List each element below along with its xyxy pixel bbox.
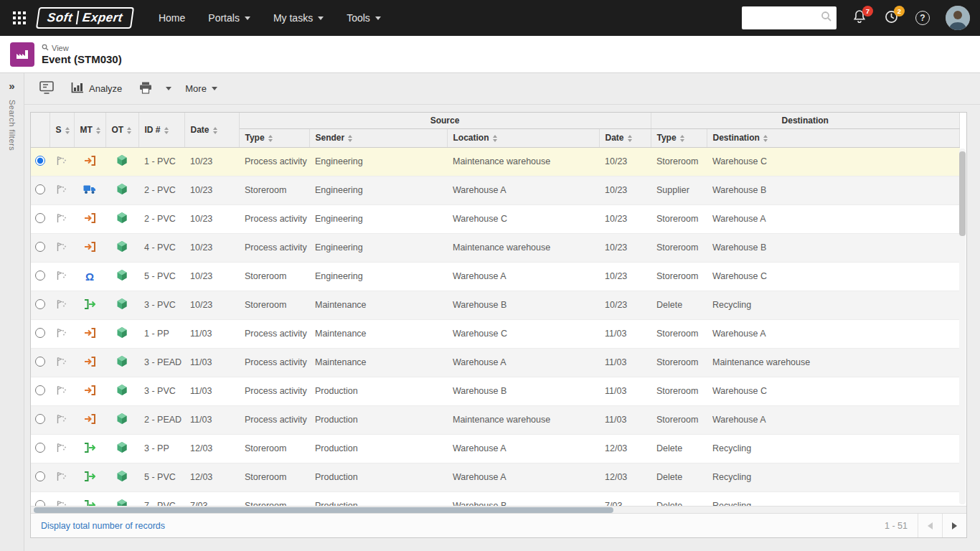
- print-dropdown-button[interactable]: [161, 77, 176, 100]
- row-select-radio[interactable]: [35, 299, 45, 309]
- pending-activities-button[interactable]: 2: [882, 9, 900, 27]
- cell-source-date: 10/23: [599, 204, 651, 233]
- table-row[interactable]: Ω 1 - PVC 10/23 Process activity Enginee…: [31, 147, 960, 176]
- object-type-icon: [116, 417, 128, 427]
- row-select-radio[interactable]: [35, 242, 45, 252]
- chevron-right-icon: [952, 522, 957, 529]
- object-type-icon: [116, 359, 128, 369]
- print-button[interactable]: [131, 77, 160, 100]
- header-s[interactable]: S: [50, 113, 74, 147]
- table-row[interactable]: Ω 5 - PVC 10/23 Storeroom Engineering Wa…: [31, 262, 960, 291]
- row-select-radio[interactable]: [35, 443, 45, 453]
- row-select-radio[interactable]: [35, 184, 45, 194]
- header-src-type[interactable]: Type: [239, 128, 309, 147]
- status-icon: [56, 445, 67, 455]
- table-row[interactable]: Ω 2 - PEAD 11/03 Process activity Produc…: [31, 405, 960, 434]
- table-row[interactable]: Ω 2 - PVC 10/23 Storeroom Engineering Wa…: [31, 176, 960, 204]
- next-page-button[interactable]: [942, 514, 966, 538]
- import-icon: [84, 327, 95, 339]
- header-ot[interactable]: OT: [105, 113, 138, 147]
- cell-date: 10/23: [184, 147, 239, 176]
- table-row[interactable]: Ω 4 - PVC 10/23 Process activity Enginee…: [31, 233, 960, 262]
- sort-icon[interactable]: [628, 135, 632, 142]
- nav-tools[interactable]: Tools: [335, 0, 392, 36]
- header-mt[interactable]: MT: [74, 113, 105, 147]
- help-button[interactable]: ?: [914, 9, 931, 27]
- notifications-button[interactable]: 7: [851, 9, 868, 27]
- display-total-link[interactable]: Display total number of records: [41, 521, 165, 531]
- search-filters-label[interactable]: Search filters: [8, 100, 17, 151]
- header-id[interactable]: ID #: [138, 113, 184, 147]
- header-dst-type[interactable]: Type: [651, 128, 707, 147]
- softexpert-logo[interactable]: SoftExpert: [36, 7, 134, 29]
- top-bar: SoftExpert Home Portals My tasks Tools 7…: [0, 0, 980, 36]
- vertical-scrollbar[interactable]: [959, 149, 966, 504]
- table-body: Ω 1 - PVC 10/23 Process activity Enginee…: [31, 147, 960, 520]
- cell-source-type: Process activity: [239, 348, 309, 377]
- horizontal-scrollbar[interactable]: [31, 506, 966, 513]
- sort-icon[interactable]: [213, 127, 217, 134]
- row-select-radio[interactable]: [35, 156, 45, 166]
- more-button[interactable]: More: [177, 77, 225, 100]
- header-sender[interactable]: Sender: [309, 128, 447, 147]
- table-row[interactable]: Ω 3 - PVC 10/23 Storeroom Maintenance Wa…: [31, 291, 960, 319]
- module-icon: [10, 42, 34, 67]
- row-select-radio[interactable]: [35, 328, 45, 338]
- sort-icon[interactable]: [268, 135, 273, 142]
- cell-id: 2 - PVC: [138, 176, 184, 204]
- search-icon[interactable]: [821, 11, 832, 25]
- sort-icon[interactable]: [96, 127, 100, 134]
- row-select-radio[interactable]: [35, 270, 45, 281]
- sort-icon[interactable]: [763, 135, 768, 142]
- nav-my-tasks[interactable]: My tasks: [262, 0, 335, 36]
- view-record-button[interactable]: [32, 77, 62, 100]
- previous-page-button[interactable]: [918, 514, 942, 538]
- cell-date: 10/23: [184, 176, 239, 204]
- truck-icon: [83, 184, 96, 194]
- row-select-radio[interactable]: [35, 471, 45, 481]
- header-date[interactable]: Date: [184, 113, 239, 147]
- user-avatar[interactable]: [946, 6, 970, 30]
- sort-icon[interactable]: [127, 127, 131, 134]
- nav-home[interactable]: Home: [147, 0, 197, 36]
- cell-date: 11/03: [184, 405, 239, 434]
- row-select-radio[interactable]: [35, 385, 45, 395]
- cell-destination: Maintenance warehouse: [707, 348, 960, 377]
- table-row[interactable]: Ω 5 - PVC 12/03 Storeroom Production War…: [31, 463, 960, 491]
- record-range: 1 - 51: [885, 521, 908, 531]
- table-row[interactable]: Ω 3 - PEAD 11/03 Process activity Mainte…: [31, 348, 960, 377]
- status-icon: [56, 158, 67, 168]
- cell-source-date: 10/23: [599, 233, 651, 262]
- nav-portals[interactable]: Portals: [197, 0, 262, 36]
- cell-location: Warehouse B: [447, 377, 599, 405]
- header-destination[interactable]: Destination: [707, 128, 960, 147]
- header-src-date[interactable]: Date: [599, 128, 651, 147]
- sort-icon[interactable]: [348, 135, 352, 142]
- cell-source-type: Storeroom: [239, 291, 309, 319]
- cell-destination-type: Delete: [651, 291, 707, 319]
- sort-icon[interactable]: [65, 127, 70, 134]
- search-input[interactable]: [746, 13, 821, 24]
- sort-icon[interactable]: [493, 135, 497, 142]
- sort-icon[interactable]: [680, 135, 684, 142]
- notification-badge: 7: [862, 6, 873, 17]
- row-select-radio[interactable]: [35, 414, 45, 424]
- table-row[interactable]: Ω 2 - PVC 10/23 Process activity Enginee…: [31, 204, 960, 233]
- cell-destination-type: Storeroom: [651, 147, 707, 176]
- cell-destination-type: Storeroom: [651, 405, 707, 434]
- table-row[interactable]: Ω 1 - PP 11/03 Process activity Maintena…: [31, 319, 960, 348]
- sort-icon[interactable]: [164, 127, 169, 134]
- analyze-button[interactable]: Analyze: [63, 77, 130, 100]
- app-grid-icon[interactable]: [10, 9, 29, 27]
- cell-location: Warehouse C: [447, 319, 599, 348]
- table-row[interactable]: Ω 3 - PP 12/03 Storeroom Production Ware…: [31, 434, 960, 463]
- row-select-radio[interactable]: [35, 213, 45, 223]
- expand-filters-icon[interactable]: »: [9, 80, 14, 91]
- horizontal-scrollbar-thumb[interactable]: [34, 507, 613, 513]
- object-type-icon: [116, 273, 128, 283]
- row-select-radio[interactable]: [35, 357, 45, 367]
- table-row[interactable]: Ω 3 - PVC 11/03 Process activity Product…: [31, 377, 960, 405]
- vertical-scrollbar-thumb[interactable]: [959, 151, 966, 236]
- header-location[interactable]: Location: [447, 128, 599, 147]
- cell-source-type: Storeroom: [239, 176, 309, 204]
